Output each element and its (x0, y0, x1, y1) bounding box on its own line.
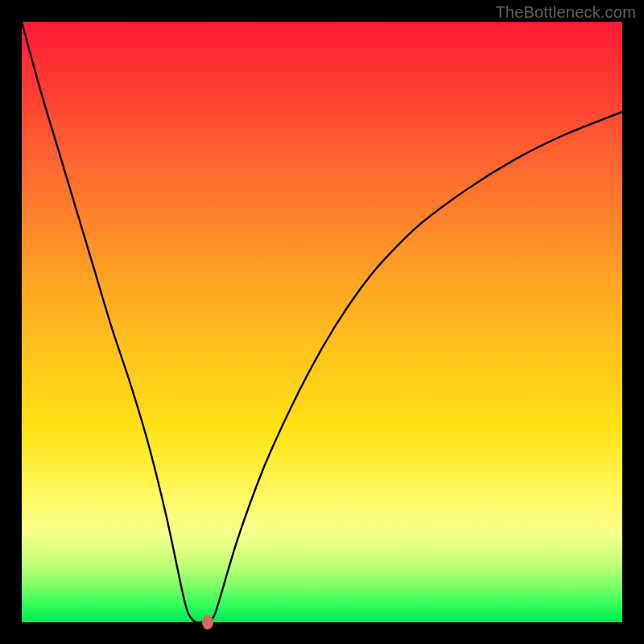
attribution-label: TheBottleneck.com (495, 3, 636, 22)
optimum-marker (202, 615, 213, 630)
bottleneck-curve (22, 22, 622, 622)
plot-area (22, 22, 622, 622)
chart-container: TheBottleneck.com (0, 0, 644, 644)
